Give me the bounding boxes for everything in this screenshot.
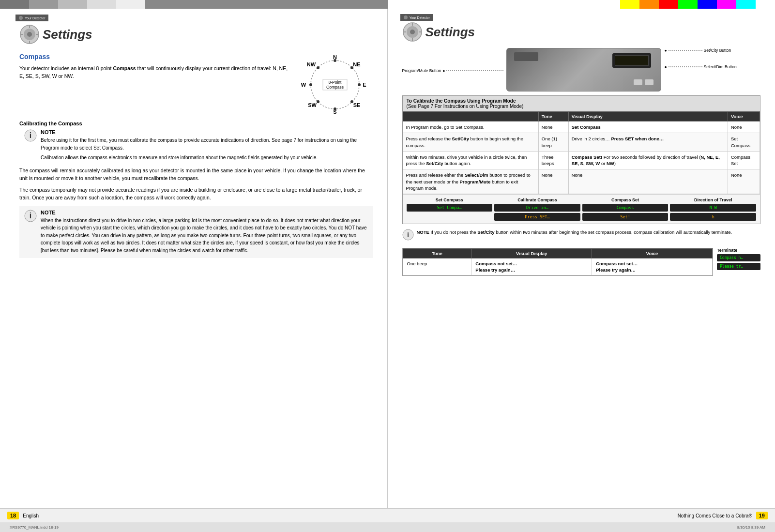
svg-point-19 — [309, 83, 312, 86]
col-header-action — [403, 112, 538, 122]
bottom-table: Tone Visual Display Voice One beep Compa… — [403, 248, 713, 276]
progress-box-2a: Drive in… — [494, 204, 580, 212]
top-bar-left — [0, 0, 388, 9]
svg-text:NW: NW — [306, 61, 316, 67]
your-detector-badge-left: Your Detector — [15, 15, 48, 21]
set-city-dot: ● — [664, 48, 667, 53]
calibrating-heading: Calibrating the Compass — [19, 121, 373, 126]
progress-box-4a: N W — [670, 204, 756, 212]
program-mute-label: Program/Mute Button ● — [402, 68, 505, 73]
left-header: Your Detector Settings — [19, 18, 373, 45]
note-1-text-1: Before using it for the first time, you … — [41, 137, 373, 152]
progress-col-3: Compass Set Compass Set! — [582, 198, 669, 221]
right-title-row: Settings — [402, 16, 761, 42]
progress-box-3b: Set! — [582, 213, 669, 221]
row1-action: In Program mode, go to Set Compass. — [403, 122, 538, 133]
compass-diagram: N NE E SE S SW W NW — [298, 52, 373, 115]
terminate-box-1: Compass n… — [717, 254, 760, 261]
progress-col-1: Set Compass Set Compa… — [407, 198, 493, 212]
bottom-col-visual: Visual Display — [471, 248, 592, 258]
right-page: Your Detector Settings Program/Mute Butt… — [388, 9, 775, 508]
row1-visual: Set Compass — [568, 122, 728, 133]
progress-box-3a: Compass — [582, 204, 669, 212]
calibrate-section: To Calibrate the Compass Using Program M… — [402, 95, 761, 224]
set-city-label-line: ● Set/City Button — [664, 48, 736, 53]
note-1-title: NOTE — [41, 129, 373, 135]
footer-timestamp: 8/30/10 8:39 AM — [737, 525, 765, 530]
right-page-title: Settings — [425, 25, 475, 40]
note-2-text: When the instructions direct you to driv… — [41, 217, 368, 255]
terminate-box-2: Please tr… — [717, 263, 760, 270]
svg-text:SE: SE — [353, 102, 360, 108]
settings-icon-left — [19, 24, 40, 45]
row3-action: Within two minutes, drive your vehicle i… — [403, 151, 538, 169]
note-1-text-2: Calibration allows the compass electroni… — [41, 154, 373, 162]
settings-icon-right — [402, 22, 423, 42]
note-box-1: i NOTE Before using it for the first tim… — [19, 129, 373, 162]
progress-col-2-label: Calibrate Compass — [494, 198, 580, 202]
detector-buttons — [634, 79, 653, 85]
footer-filename: XRS9770_MANL.indd 18-19 — [10, 525, 59, 530]
compass-description: Compass Your detector includes an intern… — [19, 52, 288, 115]
right-header: Your Detector Settings — [402, 16, 761, 42]
col-header-tone: Tone — [538, 112, 568, 122]
progress-display: Set Compass Set Compa… Calibrate Compass… — [403, 194, 760, 224]
row4-visual: None — [568, 169, 728, 194]
svg-text:E: E — [363, 82, 366, 88]
row3-tone: Three beeps — [538, 151, 568, 169]
bottom-table-row: One beep Compass not set… Please try aga… — [403, 258, 713, 275]
svg-point-13 — [334, 59, 336, 62]
svg-text:i: i — [30, 212, 31, 220]
compass-area: Compass Your detector includes an intern… — [19, 52, 373, 115]
nothing-text: Nothing Comes Close to a Cobra® — [678, 513, 752, 518]
progress-col-2: Calibrate Compass Drive in… Press SET… — [494, 198, 580, 221]
row2-voice: Set Compass — [728, 133, 760, 152]
col-header-voice: Voice — [728, 112, 760, 122]
note-right-content: NOTE If you do not press the Set/City bu… — [417, 229, 732, 243]
row2-visual: Drive in 2 circles… Press SET when done… — [568, 133, 728, 152]
file-footer: XRS9770_MANL.indd 18-19 8/30/10 8:39 AM — [0, 522, 775, 532]
button-labels: ● Set/City Button ● Select/Dim Button — [664, 48, 736, 69]
progress-col-3-label: Compass Set — [582, 198, 669, 202]
select-dim-dot: ● — [664, 64, 667, 69]
bottom-full-bar: 18 English Nothing Comes Close to a Cobr… — [0, 508, 775, 522]
svg-text:i: i — [30, 131, 31, 139]
svg-text:8-Point: 8-Point — [328, 80, 342, 85]
note-icon-1: i — [24, 129, 37, 162]
svg-text:Compass: Compass — [326, 85, 344, 90]
svg-text:SW: SW — [308, 102, 317, 108]
left-page: Your Detector Settings Compass Your dete… — [0, 9, 388, 508]
left-page-title: Settings — [43, 27, 92, 42]
note-right-label: NOTE — [417, 229, 429, 235]
bottom-row1-voice: Compass not set… Please try again… — [592, 258, 713, 275]
note-box-2: i NOTE When the instructions direct you … — [19, 206, 373, 258]
bottom-col-tone: Tone — [403, 248, 471, 258]
compass-heading: Compass — [19, 52, 288, 62]
body-para-2: The compass temporarily may not provide … — [19, 186, 373, 202]
svg-point-3 — [27, 32, 32, 37]
svg-point-0 — [19, 16, 23, 20]
program-mute-dot: ● — [442, 68, 445, 73]
your-detector-text-right: Your Detector — [410, 16, 430, 19]
compass-svg: N NE E SE S SW W NW — [298, 52, 373, 115]
bottom-right-section: Nothing Comes Close to a Cobra® 19 — [388, 508, 775, 522]
progress-box-2b: Press SET… — [494, 213, 580, 221]
note-icon-2: i — [24, 210, 37, 255]
row4-tone: None — [538, 169, 568, 194]
detector-screen — [612, 53, 651, 68]
svg-text:NE: NE — [353, 61, 360, 67]
row3-voice: Compass Set — [728, 151, 760, 169]
svg-text:i: i — [407, 231, 409, 239]
note-icon-right: i — [402, 229, 414, 243]
note-2-title: NOTE — [41, 210, 368, 215]
your-detector-badge-right: Your Detector — [400, 14, 433, 21]
row1-tone: None — [538, 122, 568, 133]
terminate-section: Terminate Compass n… Please tr… — [717, 248, 760, 270]
left-title-row: Settings — [19, 18, 373, 45]
calibrate-subheading: (See Page 7 For Instructions on Using Pr… — [407, 104, 524, 109]
svg-point-20 — [317, 66, 319, 69]
row3-visual: Compass Set! For two seconds followed by… — [568, 151, 728, 169]
terminate-label: Terminate — [717, 248, 760, 253]
body-para-1: The compass will remain accurately calib… — [19, 167, 373, 182]
progress-col-1-label: Set Compass — [407, 198, 493, 202]
